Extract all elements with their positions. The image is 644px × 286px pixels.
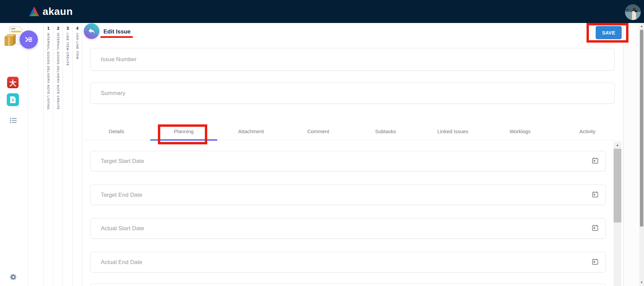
workflow-tab-number: 3: [66, 26, 69, 31]
page-title: Edit Issue: [103, 28, 130, 35]
logo-text: akaun: [43, 5, 73, 18]
target-end-date-field: [90, 185, 606, 205]
tab-worklogs[interactable]: Worklogs: [486, 123, 554, 140]
workflow-tab-number: 2: [57, 26, 59, 31]
issue-number-input[interactable]: [91, 48, 614, 70]
tab-attachment[interactable]: Attachment: [217, 123, 285, 140]
workflow-tab-number: 1: [47, 26, 49, 31]
issue-detail-tabs: Details Planning Attachment Comment Subt…: [83, 123, 621, 140]
calendar-icon[interactable]: [592, 258, 599, 266]
avatar-photo: [625, 4, 641, 20]
page-scroll-down-arrow[interactable]: ▼: [639, 280, 644, 285]
app-window: akaun: [0, 0, 644, 286]
akaun-logo: akaun: [28, 5, 73, 18]
next-field-partial: [90, 283, 606, 286]
dai-red-app-icon[interactable]: 大: [7, 77, 19, 88]
panel-scrollbar: ▲: [614, 142, 621, 286]
tab-comment[interactable]: Comment: [285, 123, 352, 140]
actual-end-date-input[interactable]: [91, 252, 605, 272]
workflow-tab-label: INTERNAL GOODS DELIVERY NOTE CREATE: [56, 33, 60, 110]
workflow-tab-4[interactable]: 4 ADD LINE ITEM: [72, 23, 82, 286]
calendar-icon[interactable]: [592, 191, 599, 199]
app-sidebar: 大 $: [0, 23, 28, 286]
console-launcher-icon[interactable]: [20, 30, 38, 49]
workflow-tab-1[interactable]: 1 INTERNAL GOODS DELIVERY NOTE LISTING: [43, 23, 53, 286]
actual-start-date-field: [90, 218, 606, 239]
right-gutter: [623, 23, 639, 286]
billing-document-app-icon[interactable]: $: [7, 93, 19, 106]
actual-end-date-field: [90, 252, 606, 272]
page-scroll-up-arrow[interactable]: ▲: [639, 24, 644, 29]
workflow-tab-label: INTERNAL GOODS DELIVERY NOTE LISTING: [47, 33, 50, 110]
target-start-date-field: [90, 151, 606, 171]
calendar-icon[interactable]: [592, 224, 599, 233]
user-avatar[interactable]: [625, 4, 641, 20]
top-header-bar: akaun: [0, 0, 644, 23]
issue-number-field-wrap: [90, 48, 615, 71]
tab-details[interactable]: Details: [83, 123, 150, 140]
workflow-tab-2[interactable]: 2 INTERNAL GOODS DELIVERY NOTE CREATE: [53, 23, 63, 286]
panel-scroll-up-arrow[interactable]: ▲: [614, 142, 621, 148]
workflow-tab-3[interactable]: 3 LINE ITEM CREATE: [63, 23, 72, 286]
summary-field-wrap: [90, 82, 615, 104]
tab-linked-issues[interactable]: Linked Issues: [419, 123, 486, 140]
tab-activity[interactable]: Activity: [554, 123, 621, 140]
back-arrow-icon: [87, 27, 96, 35]
active-tab-underline: [150, 139, 217, 141]
dai-glyph: 大: [9, 77, 17, 88]
workflow-tab-label: ADD LINE ITEM: [76, 33, 79, 59]
target-end-date-input[interactable]: [91, 185, 605, 205]
summary-input[interactable]: [91, 83, 614, 103]
listing-icon[interactable]: [10, 118, 17, 125]
panel-scrollbar-thumb[interactable]: [614, 149, 621, 222]
page-scrollbar-thumb[interactable]: [640, 30, 643, 227]
workflow-tab-number: 4: [76, 26, 78, 31]
tab-subtasks[interactable]: Subtasks: [352, 123, 419, 140]
svg-text:$: $: [12, 98, 14, 102]
page-scrollbar: ▲ ▼: [639, 23, 644, 286]
calendar-icon[interactable]: [592, 157, 599, 165]
akaun-triangle-icon: [28, 6, 40, 17]
tab-planning[interactable]: Planning: [150, 123, 217, 140]
workflow-tab-label: LINE ITEM CREATE: [66, 33, 69, 66]
settings-gear-icon[interactable]: [9, 273, 17, 282]
save-button[interactable]: SAVE: [596, 26, 622, 39]
back-button[interactable]: [84, 23, 99, 39]
target-start-date-input[interactable]: [91, 151, 605, 171]
dollar-document-icon: $: [10, 96, 16, 103]
actual-start-date-input[interactable]: [91, 218, 605, 238]
